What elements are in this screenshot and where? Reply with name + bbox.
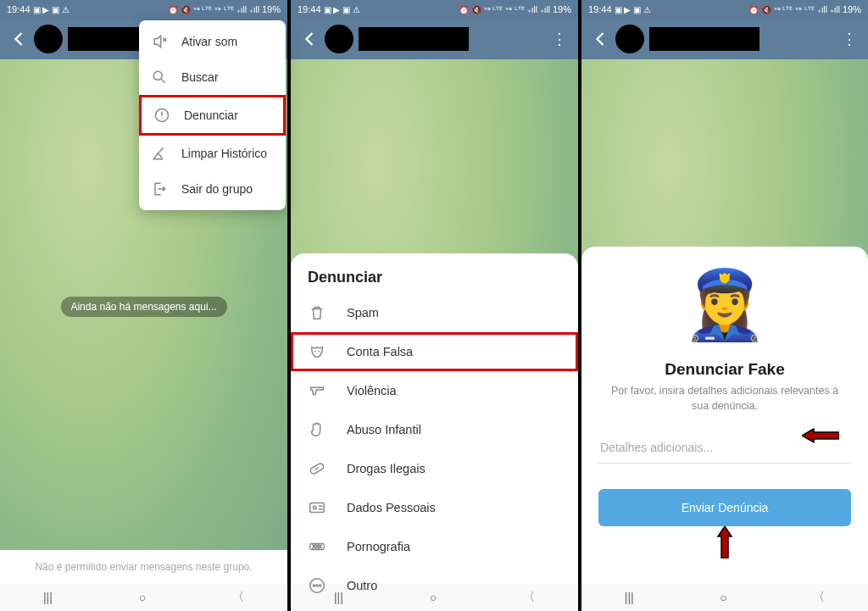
- svg-marker-11: [802, 429, 839, 442]
- report-pornografia[interactable]: XXX Pornografia: [291, 527, 578, 566]
- sound-off-icon: [151, 33, 168, 50]
- android-navbar: ||| ○ 〈: [581, 584, 868, 611]
- chat-avatar[interactable]: [615, 25, 644, 53]
- status-time: 19:44: [298, 4, 321, 14]
- menu-label: Sair do grupo: [181, 182, 253, 196]
- menu-buscar[interactable]: Buscar: [139, 59, 286, 95]
- report-label: Outro: [347, 579, 377, 592]
- status-battery: 19%: [843, 4, 861, 14]
- android-navbar: ||| ○ 〈: [0, 584, 287, 611]
- report-label: Dados Pessoais: [347, 501, 436, 514]
- empty-chat-label: Ainda não há mensagens aqui...: [60, 297, 226, 317]
- pill-icon: [308, 459, 326, 478]
- statusbar: 19:44▣ ▶ ▣ ⚠ ⏰ 🔇 ᵛᵒ ᴸᵀᴱ ᵛᵒ ᴸᵀᴱ ₊ıll ₊ıll…: [291, 0, 578, 19]
- report-violencia[interactable]: Violência: [291, 371, 578, 410]
- status-battery: 19%: [553, 4, 571, 14]
- overflow-menu: Ativar som Buscar Denunciar Limpar Histó…: [139, 20, 286, 210]
- report-outro[interactable]: Outro: [291, 566, 578, 605]
- id-card-icon: [308, 498, 326, 517]
- gun-icon: [308, 381, 326, 400]
- status-time: 19:44: [7, 4, 31, 14]
- chat-avatar[interactable]: [34, 25, 63, 53]
- dots-circle-icon: [308, 576, 326, 595]
- report-label: Pornografia: [347, 540, 410, 553]
- nav-home[interactable]: ○: [122, 587, 163, 608]
- svg-point-0: [153, 71, 162, 80]
- search-icon: [151, 69, 168, 86]
- status-icons-left: ▣ ▶ ▣ ⚠: [615, 5, 651, 14]
- back-button[interactable]: [7, 27, 31, 51]
- chat-title-redacted[interactable]: [649, 27, 760, 51]
- report-fake-subtitle: Por favor, insira detalhes adicionais re…: [598, 384, 851, 414]
- report-label: Spam: [347, 306, 379, 319]
- svg-point-9: [316, 585, 318, 586]
- menu-label: Ativar som: [181, 35, 237, 48]
- svg-rect-3: [310, 503, 325, 513]
- menu-label: Buscar: [181, 70, 219, 84]
- report-abuso-infantil[interactable]: Abuso Infantil: [291, 410, 578, 449]
- status-icons-right: ⏰ 🔇 ᵛᵒ ᴸᵀᴱ ᵛᵒ ᴸᵀᴱ ₊ıll ₊ıll: [748, 5, 840, 14]
- svg-point-8: [313, 585, 314, 586]
- svg-marker-12: [718, 526, 732, 558]
- nav-recent[interactable]: |||: [608, 587, 651, 608]
- report-dados-pessoais[interactable]: Dados Pessoais: [291, 488, 578, 527]
- svg-text:XXX: XXX: [312, 544, 321, 549]
- status-icons-left: ▣ ▶ ▣ ⚠: [324, 5, 360, 14]
- send-disabled-bar: Não é permitido enviar mensagens neste g…: [0, 550, 287, 584]
- status-icons-right: ⏰ 🔇 ᵛᵒ ᴸᵀᴱ ᵛᵒ ᴸᵀᴱ ₊ıll ₊ıll: [168, 5, 259, 14]
- screenshot-1: 19:44 ▣ ▶ ▣ ⚠ ⏰ 🔇 ᵛᵒ ᴸᵀᴱ ᵛᵒ ᴸᵀᴱ ₊ıll ₊ıl…: [0, 0, 287, 611]
- status-icons-left: ▣ ▶ ▣ ⚠: [33, 5, 70, 14]
- chat-title-redacted[interactable]: [68, 27, 144, 51]
- xxx-icon: XXX: [308, 537, 326, 556]
- report-fake-sheet: 👮‍♀️ Denunciar Fake Por favor, insira de…: [581, 247, 868, 584]
- report-drogas-ilegais[interactable]: Drogas Ilegais: [291, 449, 578, 488]
- chat-avatar[interactable]: [325, 25, 353, 53]
- submit-report-button[interactable]: Enviar Denúncia: [598, 489, 851, 526]
- report-sheet: Denunciar Spam Conta Falsa Violência Abu…: [291, 253, 578, 584]
- svg-point-10: [320, 585, 321, 586]
- app-bar: ⋮: [291, 19, 578, 59]
- police-emoji-icon: 👮‍♀️: [678, 258, 771, 352]
- report-conta-falsa[interactable]: Conta Falsa: [291, 332, 578, 371]
- status-time: 19:44: [588, 4, 612, 14]
- broom-icon: [151, 145, 168, 162]
- nav-back[interactable]: 〈: [796, 586, 842, 608]
- report-label: Abuso Infantil: [347, 423, 421, 436]
- exit-icon: [151, 181, 168, 197]
- screenshot-3: 19:44▣ ▶ ▣ ⚠ ⏰ 🔇 ᵛᵒ ᴸᵀᴱ ᵛᵒ ᴸᵀᴱ ₊ıll ₊ıll…: [581, 0, 868, 611]
- app-bar: ⋮: [581, 19, 868, 59]
- menu-sair-do-grupo[interactable]: Sair do grupo: [139, 171, 286, 207]
- report-fake-title: Denunciar Fake: [665, 360, 785, 379]
- screenshot-2: 19:44▣ ▶ ▣ ⚠ ⏰ 🔇 ᵛᵒ ᴸᵀᴱ ᵛᵒ ᴸᵀᴱ ₊ıll ₊ıll…: [291, 0, 578, 611]
- mask-icon: [308, 342, 326, 361]
- back-button[interactable]: [588, 27, 612, 51]
- chat-title-redacted[interactable]: [359, 27, 469, 51]
- menu-label: Denunciar: [184, 108, 238, 122]
- menu-limpar-historico[interactable]: Limpar Histórico: [139, 136, 286, 171]
- annotation-arrow-input: [802, 427, 839, 444]
- report-sheet-title: Denunciar: [291, 269, 578, 293]
- status-icons-right: ⏰ 🔇 ᵛᵒ ᴸᵀᴱ ᵛᵒ ᴸᵀᴱ ₊ıll ₊ıll: [459, 5, 550, 14]
- nav-back[interactable]: 〈: [215, 586, 261, 608]
- alert-circle-icon: [153, 107, 170, 124]
- statusbar: 19:44▣ ▶ ▣ ⚠ ⏰ 🔇 ᵛᵒ ᴸᵀᴱ ᵛᵒ ᴸᵀᴱ ₊ıll ₊ıll…: [581, 0, 868, 19]
- menu-ativar-som[interactable]: Ativar som: [139, 24, 286, 59]
- report-label: Drogas Ilegais: [347, 462, 426, 475]
- menu-label: Limpar Histórico: [181, 147, 267, 160]
- report-label: Conta Falsa: [347, 345, 413, 358]
- more-button[interactable]: ⋮: [548, 30, 571, 48]
- more-button[interactable]: ⋮: [837, 30, 861, 48]
- back-button[interactable]: [298, 27, 321, 51]
- nav-home[interactable]: ○: [703, 587, 743, 608]
- status-battery: 19%: [262, 4, 281, 14]
- hand-icon: [308, 420, 326, 439]
- report-spam[interactable]: Spam: [291, 293, 578, 332]
- menu-denunciar[interactable]: Denunciar: [139, 95, 286, 136]
- annotation-arrow-submit: [716, 526, 733, 558]
- nav-recent[interactable]: |||: [26, 587, 70, 608]
- statusbar: 19:44 ▣ ▶ ▣ ⚠ ⏰ 🔇 ᵛᵒ ᴸᵀᴱ ᵛᵒ ᴸᵀᴱ ₊ıll ₊ıl…: [0, 0, 287, 19]
- trash-icon: [308, 303, 326, 322]
- svg-point-4: [313, 506, 316, 509]
- report-label: Violência: [347, 384, 397, 397]
